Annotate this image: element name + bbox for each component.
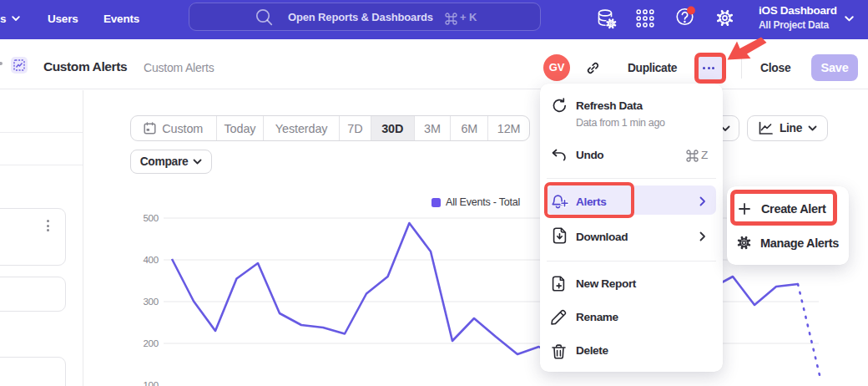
svg-text:500: 500 [143, 213, 159, 223]
svg-text:200: 200 [143, 338, 159, 348]
svg-text:100: 100 [143, 380, 159, 386]
svg-text:400: 400 [143, 255, 159, 265]
svg-text:300: 300 [143, 297, 159, 307]
